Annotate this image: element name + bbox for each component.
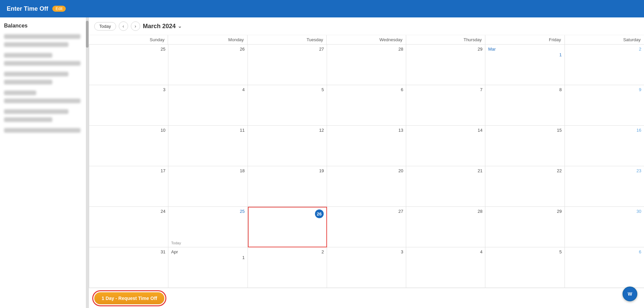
day-header-sunday: Sunday xyxy=(89,35,168,44)
sidebar-scrollbar[interactable] xyxy=(86,17,89,308)
balance-section-5 xyxy=(4,109,85,122)
cell-mar-19[interactable]: 19 xyxy=(248,166,327,207)
cell-feb-26[interactable]: 26 xyxy=(168,45,248,85)
balance-item-1 xyxy=(4,34,80,39)
cell-apr-4[interactable]: 4 xyxy=(406,247,485,288)
cell-mar-27[interactable]: 27 xyxy=(327,207,406,247)
balance-item-11 xyxy=(4,128,80,133)
balance-section-1 xyxy=(4,34,85,47)
balance-section-6 xyxy=(4,128,85,133)
balance-item-2 xyxy=(4,42,68,47)
day-header-tuesday: Tuesday xyxy=(248,35,327,44)
day-header-thursday: Thursday xyxy=(406,35,485,44)
today-button[interactable]: Today xyxy=(94,22,116,30)
cell-mar-7[interactable]: 7 xyxy=(406,85,485,126)
balances-sidebar: Balances xyxy=(0,17,89,308)
cell-mar-31[interactable]: 31 xyxy=(89,247,168,288)
cell-apr-1[interactable]: Apr 1 xyxy=(168,247,248,288)
cell-mar-28[interactable]: 28 xyxy=(406,207,485,247)
cell-mar-24[interactable]: 24 xyxy=(89,207,168,247)
today-label: Today xyxy=(171,241,181,245)
balance-section-4 xyxy=(4,90,85,103)
cell-mar-5[interactable]: 5 xyxy=(248,85,327,126)
cell-mar-11[interactable]: 11 xyxy=(168,126,248,166)
balances-title: Balances xyxy=(4,23,85,29)
cell-feb-27[interactable]: 27 xyxy=(248,45,327,85)
cell-mar-17[interactable]: 17 xyxy=(89,166,168,207)
balance-section-3 xyxy=(4,72,85,84)
balance-item-5 xyxy=(4,72,68,76)
cell-mar-30[interactable]: 30 xyxy=(565,207,644,247)
cell-mar-4[interactable]: 4 xyxy=(168,85,248,126)
prev-month-button[interactable]: ‹ xyxy=(119,21,128,31)
cell-mar-26-today[interactable]: 26 xyxy=(248,207,327,247)
request-time-off-button[interactable]: 1 Day - Request Time Off xyxy=(94,292,164,304)
balance-item-4 xyxy=(4,61,80,66)
cell-feb-25[interactable]: 25 xyxy=(89,45,168,85)
cell-mar-14[interactable]: 14 xyxy=(406,126,485,166)
help-icon: W xyxy=(628,291,632,297)
cell-apr-6[interactable]: 6 xyxy=(565,247,644,288)
balance-item-3 xyxy=(4,53,52,58)
cell-mar-22[interactable]: 22 xyxy=(485,166,565,207)
help-button[interactable]: W xyxy=(623,287,637,301)
cell-mar-20[interactable]: 20 xyxy=(327,166,406,207)
balance-item-8 xyxy=(4,99,80,103)
cell-mar-16[interactable]: 16 xyxy=(565,126,644,166)
chevron-down-icon: ⌄ xyxy=(178,23,182,29)
day-headers-row: Sunday Monday Tuesday Wednesday Thursday… xyxy=(89,35,644,45)
cell-mar-1[interactable]: Mar 1 xyxy=(485,45,565,85)
day-header-monday: Monday xyxy=(168,35,247,44)
today-date-circle: 26 xyxy=(315,209,324,218)
cell-feb-29[interactable]: 29 xyxy=(406,45,485,85)
cell-apr-3[interactable]: 3 xyxy=(327,247,406,288)
cell-mar-18[interactable]: 18 xyxy=(168,166,248,207)
cell-mar-12[interactable]: 12 xyxy=(248,126,327,166)
balance-item-9 xyxy=(4,109,68,114)
cell-mar-29[interactable]: 29 xyxy=(485,207,565,247)
page-header: Enter Time Off Edit xyxy=(0,0,644,17)
edit-badge[interactable]: Edit xyxy=(52,6,66,12)
cell-mar-9[interactable]: 9 xyxy=(565,85,644,126)
main-container: Balances Today xyxy=(0,17,644,308)
calendar-area: Today ‹ › March 2024 ⌄ Sunday Monday Tue… xyxy=(89,17,644,308)
cell-apr-2[interactable]: 2 xyxy=(248,247,327,288)
cell-mar-8[interactable]: 8 xyxy=(485,85,565,126)
day-header-wednesday: Wednesday xyxy=(327,35,406,44)
cell-mar-25[interactable]: 25 Today xyxy=(168,207,248,247)
footer-area: 1 Day - Request Time Off xyxy=(89,288,644,308)
cell-mar-23[interactable]: 23 xyxy=(565,166,644,207)
calendar-grid: 25 26 27 28 29 Mar 1 2 3 4 5 6 7 8 9 10 … xyxy=(89,45,644,288)
cell-mar-21[interactable]: 21 xyxy=(406,166,485,207)
cell-apr-5[interactable]: 5 xyxy=(485,247,565,288)
balance-item-6 xyxy=(4,80,52,84)
page-title: Enter Time Off xyxy=(7,5,48,12)
day-header-saturday: Saturday xyxy=(565,35,644,44)
cell-mar-2[interactable]: 2 xyxy=(565,45,644,85)
day-header-friday: Friday xyxy=(485,35,565,44)
cell-mar-10[interactable]: 10 xyxy=(89,126,168,166)
cell-mar-13[interactable]: 13 xyxy=(327,126,406,166)
cell-feb-28[interactable]: 28 xyxy=(327,45,406,85)
calendar-header: Today ‹ › March 2024 ⌄ xyxy=(89,17,644,35)
cell-mar-3[interactable]: 3 xyxy=(89,85,168,126)
cell-mar-15[interactable]: 15 xyxy=(485,126,565,166)
cell-mar-6[interactable]: 6 xyxy=(327,85,406,126)
month-title[interactable]: March 2024 ⌄ xyxy=(143,23,182,30)
sidebar-scrollbar-thumb[interactable] xyxy=(86,21,89,48)
balance-section-2 xyxy=(4,53,85,66)
next-month-button[interactable]: › xyxy=(131,21,140,31)
balance-item-7 xyxy=(4,90,36,95)
balance-item-10 xyxy=(4,117,52,122)
